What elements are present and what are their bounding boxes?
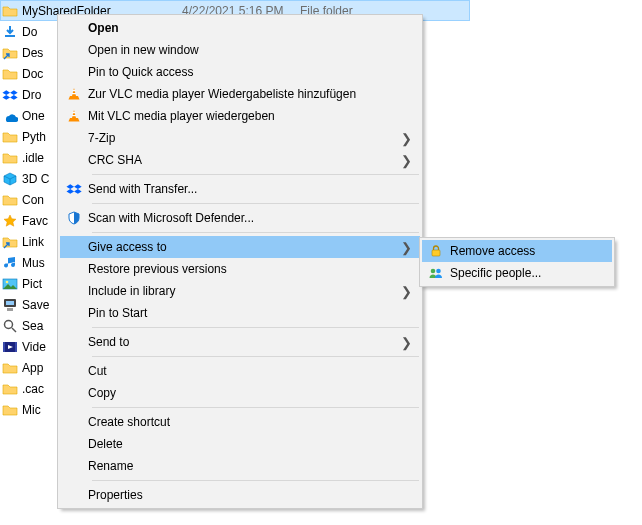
chevron-right-icon: ❯ bbox=[401, 153, 412, 168]
menu-item[interactable]: Send with Transfer... bbox=[60, 178, 420, 200]
dropbox-icon bbox=[2, 87, 18, 103]
svg-rect-8 bbox=[3, 342, 5, 352]
folder-icon bbox=[2, 360, 18, 376]
pictures-icon bbox=[2, 276, 18, 292]
chevron-right-icon: ❯ bbox=[401, 131, 412, 146]
menu-item[interactable]: Scan with Microsoft Defender... bbox=[60, 207, 420, 229]
menu-separator bbox=[92, 174, 419, 175]
menu-item-label: Send to bbox=[88, 335, 420, 349]
onedrive-icon bbox=[2, 108, 18, 124]
menu-item-label: Delete bbox=[88, 437, 420, 451]
svg-rect-0 bbox=[5, 35, 15, 37]
menu-separator bbox=[92, 407, 419, 408]
folder-icon bbox=[2, 150, 18, 166]
menu-item[interactable]: CRC SHA❯ bbox=[60, 149, 420, 171]
menu-separator bbox=[92, 480, 419, 481]
submenu-item-label: Specific people... bbox=[450, 266, 612, 280]
menu-item-label: Create shortcut bbox=[88, 415, 420, 429]
svg-point-16 bbox=[436, 269, 441, 274]
svg-rect-9 bbox=[15, 342, 17, 352]
chevron-right-icon: ❯ bbox=[401, 335, 412, 350]
menu-item-label: 7-Zip bbox=[88, 131, 420, 145]
folder-icon bbox=[2, 381, 18, 397]
menu-item-label: Open in new window bbox=[88, 43, 420, 57]
menu-item[interactable]: Mit VLC media player wiedergeben bbox=[60, 105, 420, 127]
vlc-icon bbox=[60, 108, 88, 124]
menu-item[interactable]: Open in new window bbox=[60, 39, 420, 61]
lock-icon bbox=[422, 243, 450, 259]
menu-item-label: Scan with Microsoft Defender... bbox=[88, 211, 420, 225]
star-icon bbox=[2, 213, 18, 229]
menu-item[interactable]: Pin to Start bbox=[60, 302, 420, 324]
menu-item[interactable]: Cut bbox=[60, 360, 420, 382]
chevron-right-icon: ❯ bbox=[401, 284, 412, 299]
submenu-item[interactable]: Specific people... bbox=[422, 262, 612, 284]
menu-item-label: Rename bbox=[88, 459, 420, 473]
folder-icon bbox=[2, 192, 18, 208]
menu-item-label: Zur VLC media player Wiedergabeliste hin… bbox=[88, 87, 420, 101]
svg-rect-11 bbox=[72, 93, 76, 94]
menu-item-label: Pin to Start bbox=[88, 306, 420, 320]
menu-item[interactable]: Copy bbox=[60, 382, 420, 404]
menu-item-label: Send with Transfer... bbox=[88, 182, 420, 196]
explorer-area: MySharedFolder 4/22/2021 5:16 PM File fo… bbox=[0, 0, 642, 525]
menu-item-label: Cut bbox=[88, 364, 420, 378]
menu-item[interactable]: Properties bbox=[60, 484, 420, 506]
folder-icon bbox=[2, 129, 18, 145]
menu-item[interactable]: Rename bbox=[60, 455, 420, 477]
menu-item-label: Mit VLC media player wiedergeben bbox=[88, 109, 420, 123]
chevron-right-icon: ❯ bbox=[401, 240, 412, 255]
menu-item-label: Give access to bbox=[88, 240, 420, 254]
menu-separator bbox=[92, 203, 419, 204]
menu-item[interactable]: 7-Zip❯ bbox=[60, 127, 420, 149]
saved-icon bbox=[2, 297, 18, 313]
folder-link-icon bbox=[2, 234, 18, 250]
svg-rect-13 bbox=[72, 115, 76, 116]
dropbox-icon bbox=[60, 181, 88, 197]
menu-item-label: CRC SHA bbox=[88, 153, 420, 167]
svg-rect-12 bbox=[73, 112, 76, 113]
music-icon bbox=[2, 255, 18, 271]
menu-item[interactable]: Restore previous versions bbox=[60, 258, 420, 280]
svg-point-15 bbox=[431, 269, 436, 274]
menu-item[interactable]: Delete bbox=[60, 433, 420, 455]
defender-icon bbox=[60, 210, 88, 226]
menu-item-label: Restore previous versions bbox=[88, 262, 420, 276]
menu-item-label: Copy bbox=[88, 386, 420, 400]
menu-item[interactable]: Open bbox=[60, 17, 420, 39]
menu-separator bbox=[92, 356, 419, 357]
menu-item[interactable]: Include in library❯ bbox=[60, 280, 420, 302]
menu-item[interactable]: Give access to❯ bbox=[60, 236, 420, 258]
video-icon bbox=[2, 339, 18, 355]
folder-icon bbox=[2, 3, 18, 19]
menu-item[interactable]: Pin to Quick access bbox=[60, 61, 420, 83]
context-submenu: Remove accessSpecific people... bbox=[419, 237, 615, 287]
folder-icon bbox=[2, 66, 18, 82]
svg-rect-4 bbox=[6, 301, 14, 305]
svg-point-6 bbox=[5, 320, 13, 328]
menu-item[interactable]: Send to❯ bbox=[60, 331, 420, 353]
box3d-icon bbox=[2, 171, 18, 187]
menu-item-label: Pin to Quick access bbox=[88, 65, 420, 79]
context-menu: OpenOpen in new windowPin to Quick acces… bbox=[57, 14, 423, 509]
vlc-icon bbox=[60, 86, 88, 102]
search-icon bbox=[2, 318, 18, 334]
svg-rect-14 bbox=[432, 250, 440, 256]
svg-rect-10 bbox=[73, 90, 76, 91]
menu-item-label: Properties bbox=[88, 488, 420, 502]
svg-rect-5 bbox=[7, 308, 13, 311]
folder-icon bbox=[2, 402, 18, 418]
menu-item[interactable]: Zur VLC media player Wiedergabeliste hin… bbox=[60, 83, 420, 105]
folder-link-icon bbox=[2, 45, 18, 61]
people-icon bbox=[422, 265, 450, 281]
submenu-item-label: Remove access bbox=[450, 244, 612, 258]
menu-separator bbox=[92, 232, 419, 233]
menu-item-label: Open bbox=[88, 21, 420, 35]
submenu-item[interactable]: Remove access bbox=[422, 240, 612, 262]
menu-item-label: Include in library bbox=[88, 284, 420, 298]
menu-separator bbox=[92, 327, 419, 328]
download-blue-icon bbox=[2, 24, 18, 40]
menu-item[interactable]: Create shortcut bbox=[60, 411, 420, 433]
svg-point-2 bbox=[6, 280, 9, 283]
